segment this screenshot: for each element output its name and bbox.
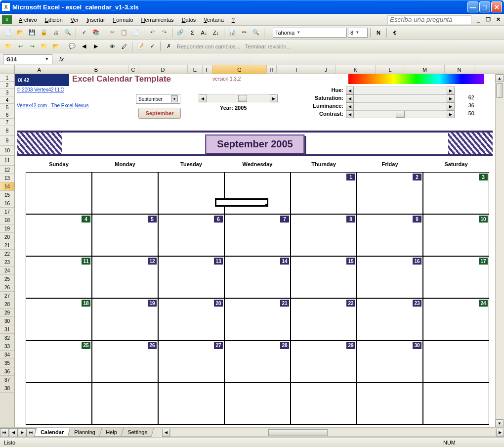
calendar-cell[interactable]: 22 (291, 298, 357, 340)
comment-icon[interactable]: 💬 (67, 41, 78, 52)
copy-icon[interactable]: 📋 (119, 27, 129, 38)
calendar-cell[interactable]: 18 (26, 298, 92, 340)
row-header-25[interactable]: 25 (0, 275, 14, 283)
vertical-scrollbar[interactable]: ▲ ▼ (495, 74, 504, 427)
chevron-down-icon[interactable]: ▼ (45, 57, 49, 61)
doc-minimize-button[interactable]: _ (474, 16, 482, 24)
col-header-F[interactable]: F (203, 65, 212, 74)
row-header-3[interactable]: 3 (0, 89, 14, 96)
selected-cell[interactable] (215, 198, 268, 207)
show-comment-icon[interactable]: 👁 (107, 41, 118, 52)
fill-handle[interactable] (265, 204, 268, 207)
drawing-icon[interactable]: ✏ (239, 27, 250, 38)
sort-asc-icon[interactable]: A↓ (199, 27, 210, 38)
open-icon[interactable]: 📂 (15, 27, 26, 38)
row-header-23[interactable]: 23 (0, 258, 14, 267)
calendar-cell[interactable] (357, 383, 423, 425)
row-header-22[interactable]: 22 (0, 250, 14, 258)
col-header-C[interactable]: C (128, 65, 138, 74)
scroll-down-icon[interactable]: ▼ (496, 419, 504, 427)
row-header-1[interactable]: 1 (0, 74, 14, 82)
calendar-cell[interactable] (224, 172, 291, 214)
calendar-cell[interactable]: 27 (158, 341, 224, 383)
col-header-M[interactable]: M (405, 65, 445, 74)
row-header-9[interactable]: 9 (0, 136, 14, 146)
calendar-cell[interactable] (291, 383, 357, 425)
menu-herramientas[interactable]: Herramientas (137, 15, 178, 24)
sheet-tab-settings[interactable]: Settings (121, 428, 153, 437)
col-header-D[interactable]: D (138, 65, 188, 74)
calendar-cell[interactable] (26, 383, 92, 425)
calendar-cell[interactable]: 10 (423, 214, 489, 256)
calendar-cell[interactable]: 6 (158, 214, 224, 256)
folder-icon[interactable]: 📁 (3, 41, 14, 52)
euro-button[interactable]: € (389, 27, 400, 38)
calendar-cell[interactable]: 1 (291, 172, 357, 214)
doc-restore-button[interactable]: ❐ (484, 16, 492, 24)
calendar-cell[interactable]: 26 (92, 341, 158, 383)
row-header-35[interactable]: 35 (0, 359, 14, 367)
scroll-thumb[interactable] (268, 429, 328, 436)
calendar-cell[interactable] (224, 383, 291, 425)
autosum-icon[interactable]: Σ (187, 27, 198, 38)
scroll-right-icon[interactable]: ▶ (496, 429, 504, 437)
row-header-34[interactable]: 34 (0, 351, 14, 359)
row-header-8[interactable]: 8 (0, 126, 14, 136)
save-icon[interactable]: 💾 (27, 27, 38, 38)
scroll-right-icon[interactable]: ▶ (447, 94, 455, 102)
calendar-cell[interactable]: 8 (291, 214, 357, 256)
sort-desc-icon[interactable]: Z↓ (210, 27, 221, 38)
row-header-14[interactable]: 14 (0, 182, 14, 191)
print-icon[interactable]: 🖨 (50, 27, 61, 38)
new-doc-icon[interactable]: 📄 (3, 27, 14, 38)
row-header-36[interactable]: 36 (0, 367, 14, 376)
row-header-24[interactable]: 24 (0, 267, 14, 275)
row-header-33[interactable]: 33 (0, 342, 14, 351)
col-header-N[interactable]: N (445, 65, 474, 74)
calendar-cell[interactable]: 25 (26, 341, 92, 383)
row-header-17[interactable]: 17 (0, 208, 14, 216)
row-header-5[interactable]: 5 (0, 104, 14, 111)
hyperlink-icon[interactable]: 🔗 (175, 27, 186, 38)
horizontal-scrollbar[interactable]: ◀ ▶ (162, 429, 504, 437)
col-header-A[interactable]: A (15, 65, 64, 74)
folder-new-icon[interactable]: 📂 (50, 41, 61, 52)
menu-datos[interactable]: Datos (178, 15, 200, 24)
row-header-13[interactable]: 13 (0, 174, 14, 182)
row-header-21[interactable]: 21 (0, 241, 14, 250)
calendar-cell[interactable] (158, 383, 224, 425)
menu-?[interactable]: ? (228, 15, 239, 24)
col-header-I[interactable]: I (277, 65, 316, 74)
scroll-left-icon[interactable]: ◀ (346, 94, 354, 102)
select-all-corner[interactable] (0, 65, 15, 74)
calendar-cell[interactable]: 28 (224, 341, 291, 383)
redo-icon[interactable]: ↷ (159, 27, 169, 38)
formula-input[interactable] (67, 54, 501, 64)
year-slider[interactable]: ◀ ▶ (199, 94, 278, 103)
calendar-cell[interactable]: 2 (357, 172, 423, 214)
row-header-15[interactable]: 15 (0, 191, 14, 199)
month-button[interactable]: September (138, 108, 181, 119)
chart-icon[interactable]: 📊 (227, 27, 238, 38)
next-comment-icon[interactable]: ▶ (90, 41, 101, 52)
row-header-29[interactable]: 29 (0, 309, 14, 317)
hue-slider[interactable]: ◀ ▶ (346, 87, 455, 93)
tab-first-icon[interactable]: ⏮ (0, 428, 9, 437)
calendar-cell[interactable] (158, 172, 224, 214)
menu-insertar[interactable]: Insertar (83, 15, 109, 24)
calendar-cell[interactable]: 13 (158, 256, 224, 298)
doc-close-button[interactable]: ✕ (494, 16, 502, 24)
minimize-button[interactable]: — (467, 1, 478, 12)
scroll-left-icon[interactable]: ◀ (162, 429, 170, 437)
calendar-cell[interactable]: 16 (357, 256, 423, 298)
calendar-cell[interactable] (423, 383, 489, 425)
calendar-cell[interactable] (423, 341, 489, 383)
calendar-cell[interactable]: 4 (26, 214, 92, 256)
scroll-right-icon[interactable]: ▶ (447, 102, 455, 110)
scroll-left-icon[interactable]: ◀ (346, 102, 354, 110)
ask-question-box[interactable] (387, 15, 471, 24)
menu-ver[interactable]: Ver (67, 15, 83, 24)
calendar-cell[interactable]: 23 (357, 298, 423, 340)
row-header-2[interactable]: 2 (0, 82, 14, 89)
col-header-H[interactable]: H (267, 65, 277, 74)
